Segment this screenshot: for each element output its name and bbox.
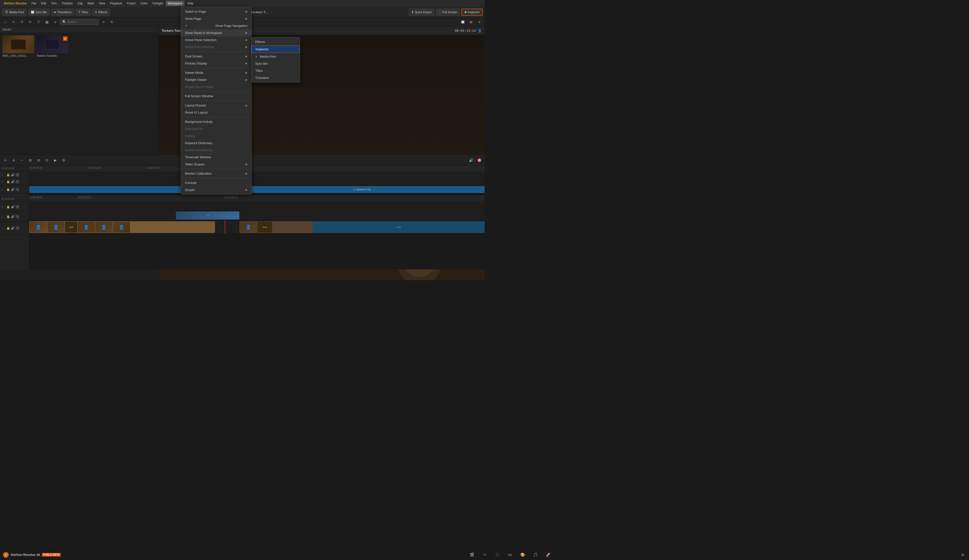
timeline-tool-6[interactable]: ⊡	[43, 157, 50, 164]
effects-btn[interactable]: ✦ Effects	[92, 8, 110, 16]
media-thumb-2: ▶	[37, 35, 68, 53]
timecode-display: 00:01:13:14	[455, 29, 476, 33]
timeline-tool-2[interactable]: A	[10, 157, 17, 164]
submenu-media-pool[interactable]: Media Pool	[251, 53, 300, 60]
davinci-menu[interactable]: DaVinci Resolve	[2, 1, 28, 6]
playback-menu[interactable]: Playback	[108, 1, 124, 6]
film-clip-1[interactable]: 👤 👤 ⟺ 👤 👤	[29, 221, 215, 233]
menu-console[interactable]: Console	[181, 179, 251, 186]
tool-btn-7[interactable]: ≡	[52, 18, 58, 25]
menu-video-scopes[interactable]: Video Scopes ▶	[181, 161, 251, 168]
audio-track-1: 👤 👤 ⟺ 👤 👤	[29, 221, 484, 234]
menu-layout-presets[interactable]: Layout Presets ▶	[181, 102, 251, 109]
menu-primary-display[interactable]: Primary Display ▶	[181, 60, 251, 67]
menu-active-panel[interactable]: Active Panel Selection ▶	[181, 37, 251, 43]
menu-switch-to-page[interactable]: Switch to Page ▶	[181, 8, 251, 15]
adjustment-clip-label: ⬡ Adjustment Clip	[353, 188, 371, 191]
menu-media-pool-windows[interactable]: Media Pool Windows ▶	[181, 43, 251, 51]
fairlight-menu[interactable]: Fairlight	[150, 1, 165, 6]
search-input[interactable]	[67, 20, 97, 24]
menu-scripts[interactable]: Scripts ▶	[181, 186, 251, 193]
media-item-2[interactable]: ▶ Teckers Tutorials	[37, 35, 68, 57]
effects-icon: ✦	[95, 10, 97, 14]
timeline-tool-8[interactable]: ⚙	[60, 157, 67, 164]
timeline-tool-5[interactable]: ⊟	[35, 157, 42, 164]
menu-keyword-dict[interactable]: Keyword Dictionary...	[181, 140, 251, 146]
file-menu[interactable]: File	[30, 1, 38, 6]
mark-menu[interactable]: Mark	[85, 1, 96, 6]
timeline-menu[interactable]: Timeline	[60, 1, 75, 6]
media-label-2: Teckers Tutorials	[37, 54, 68, 57]
timeline-tool-4[interactable]: ⊞	[27, 157, 34, 164]
sync-bin-btn[interactable]: 🔄 Sync Bin	[28, 8, 50, 16]
view-toggle-2[interactable]: ⊞	[468, 18, 475, 25]
search-options-btn[interactable]: ≡	[100, 18, 107, 25]
search-box[interactable]: 🔍	[60, 19, 99, 25]
refresh-btn[interactable]: ↻	[108, 18, 115, 25]
submenu-transition[interactable]: Transition	[251, 74, 300, 81]
adj-clip-strip[interactable]: ⟺	[313, 221, 484, 233]
submenu-effects[interactable]: Effects	[251, 38, 300, 45]
panel-submenu: Effects Inspector Media Pool Sync Bin Ti…	[251, 37, 300, 83]
track-header-a3: 3 🔒 🔊 ⬛	[0, 202, 29, 212]
view-toggle-3[interactable]: ≡	[476, 18, 483, 25]
tool-btn-6[interactable]: ▦	[43, 18, 50, 25]
titles-btn[interactable]: T Titles	[76, 8, 91, 16]
menu-show-page[interactable]: Show Page ▶	[181, 15, 251, 22]
inspector-btn[interactable]: ✱ Inspector	[461, 8, 483, 16]
audio-track-2: ⟺	[29, 211, 484, 221]
menu-dual-screen[interactable]: Dual Screen ▶	[181, 53, 251, 60]
full-screen-btn[interactable]: ⛶ Full Screen	[436, 8, 460, 16]
sync-bin-icon: 🔄	[31, 10, 35, 14]
quick-export-icon: ⬆	[411, 10, 414, 14]
timeline-tool-1[interactable]: ✂	[2, 157, 9, 164]
media-pool-btn[interactable]: 🎬 Media Pool	[2, 8, 27, 16]
submenu-sync-bin[interactable]: Sync Bin	[251, 60, 300, 67]
menu-full-screen-window[interactable]: Full Screen Window	[181, 93, 251, 100]
timeline-tool-7[interactable]: ▶	[52, 157, 58, 164]
video-track-1: ⬡ Adjustment Clip	[29, 185, 484, 194]
full-screen-icon: ⛶	[438, 10, 441, 14]
menu-monitor-cal[interactable]: Monitor Calibration ▶	[181, 170, 251, 177]
menu-bar: DaVinci Resolve File Edit Trim Timeline …	[0, 0, 484, 7]
menu-gallery: Gallery	[181, 132, 251, 140]
video-clip-adj[interactable]: ⬡ Adjustment Clip	[240, 186, 484, 193]
panel-header: Master	[0, 27, 158, 33]
tool-btn-1[interactable]: ↓↑	[2, 18, 9, 25]
menu-sep-5	[181, 117, 251, 117]
tool-btn-5[interactable]: ⠿	[35, 18, 42, 25]
color-menu[interactable]: Color	[139, 1, 150, 6]
view-toggle-1[interactable]: 🔲	[459, 18, 466, 25]
workspace-menu-btn[interactable]: Workspace	[166, 1, 185, 6]
tool-btn-2[interactable]: ✂	[10, 18, 17, 25]
edit-menu[interactable]: Edit	[39, 1, 48, 6]
menu-fairlight-viewer[interactable]: Fairlight Viewer ▶	[181, 76, 251, 83]
film-clip-2[interactable]: 👤 ⟺	[240, 221, 313, 233]
tool-btn-4[interactable]: ↻	[27, 18, 34, 25]
fusion-menu[interactable]: Fusion	[125, 1, 138, 6]
view-menu[interactable]: View	[97, 1, 107, 6]
menu-reset-ui[interactable]: Reset UI Layout	[181, 109, 251, 116]
track-header-a2: 2 🔒 🔊 ⬛	[0, 212, 29, 221]
menu-timecode-window[interactable]: Timecode Window	[181, 154, 251, 161]
audio-clip-2a[interactable]: ⟺	[176, 211, 240, 219]
submenu-inspector[interactable]: Inspector	[251, 45, 300, 53]
transitions-icon: ⬌	[54, 10, 56, 14]
timeline-snap-btn[interactable]: 🎯	[476, 157, 483, 164]
track-header-v2: 2 🔒 🔊 ⬛	[0, 178, 29, 185]
media-item-1[interactable]: A001_C001_01012...	[2, 35, 34, 57]
quick-export-btn[interactable]: ⬆ Quick Export	[409, 8, 434, 16]
tool-btn-3[interactable]: ↺	[18, 18, 25, 25]
menu-viewer-mode[interactable]: Viewer Mode ▶	[181, 69, 251, 76]
timeline-view-btn[interactable]: 🔊	[468, 157, 475, 164]
clip-menu[interactable]: Clip	[76, 1, 85, 6]
trim-menu[interactable]: Trim	[49, 1, 59, 6]
menu-show-page-nav[interactable]: Show Page Navigation	[181, 22, 251, 29]
submenu-titles[interactable]: Titles	[251, 67, 300, 74]
transitions-btn[interactable]: ⬌ Transitions	[51, 8, 74, 16]
menu-show-panel[interactable]: Show Panel in Workspace ▶	[181, 29, 251, 37]
timeline-tool-3[interactable]: ↔	[18, 157, 25, 164]
help-menu[interactable]: Help	[185, 1, 195, 6]
search-icon: 🔍	[62, 20, 66, 24]
menu-bg-activity[interactable]: Background Activity	[181, 118, 251, 125]
